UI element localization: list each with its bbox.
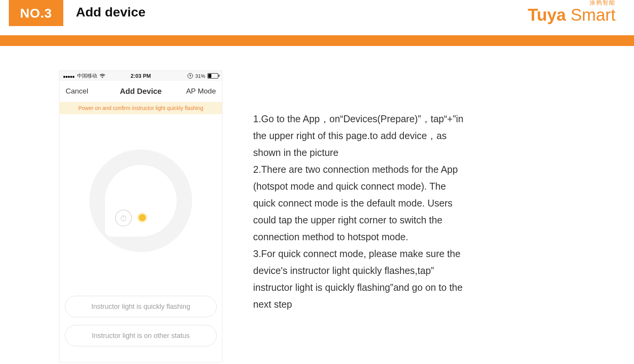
power-icon [115, 210, 132, 226]
info-banner: Power on and confirm instructor light qu… [59, 102, 222, 114]
page-title: Add device [76, 5, 145, 20]
brand-light: Smart [566, 5, 616, 24]
slide-number-badge: NO.3 [9, 0, 63, 26]
statusbar: 中国移动 2:03 PM 31% [59, 71, 222, 81]
device-body [104, 164, 177, 237]
other-status-button[interactable]: Instructor light is on other status [65, 325, 217, 346]
battery-icon [207, 73, 218, 79]
instructions-text: 1.Go to the App，on“Devices(Prepare)”，tap… [253, 110, 468, 313]
nav-title: Add Device [59, 87, 222, 96]
phone-mockup: 中国移动 2:03 PM 31% Cancel Add Device AP Mo… [59, 71, 222, 362]
indicator-led [139, 214, 146, 221]
device-illustration [59, 114, 222, 294]
quickly-flashing-button[interactable]: Instructor light is quickly flashing [65, 296, 217, 317]
brand-logo: Tuya Smart [528, 5, 616, 25]
divider-bar [0, 35, 634, 46]
navbar: Cancel Add Device AP Mode [59, 81, 222, 102]
alarm-icon [188, 73, 193, 79]
status-time: 2:03 PM [59, 73, 222, 79]
brand-bold: Tuya [528, 5, 566, 24]
